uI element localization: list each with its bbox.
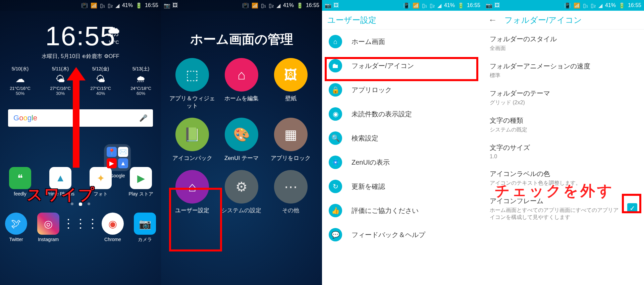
battery-text: 41% <box>122 2 133 8</box>
pref-folder-anim-speed[interactable]: フォルダーアニメーションの速度標準 <box>483 57 644 84</box>
manage-apps-widgets[interactable]: ⬚アプリ＆ウィジェット <box>169 58 216 110</box>
manage-icon-pack[interactable]: 📗アイコンパック <box>169 118 216 162</box>
status-bar: 📷🖼 📳 📶 ▯₁ ▯₂ ◢ 41% 🔋 16:55 <box>161 0 322 11</box>
manage-wallpaper[interactable]: 🖼壁紙 <box>267 58 314 110</box>
manage-edit-home[interactable]: ⌂ホームを編集 <box>218 58 265 110</box>
manage-system-settings[interactable]: ⚙システムの設定 <box>218 170 265 214</box>
setting-zenui-view[interactable]: 💠ZenUIの表示 <box>322 150 483 174</box>
mic-icon[interactable]: 🎤 <box>139 114 148 122</box>
sim1-icon: ▯₁ <box>100 2 105 9</box>
feedback-icon: 💬 <box>329 228 342 241</box>
annotation-highlight-user-settings <box>169 188 222 251</box>
display-icon: 💠 <box>329 156 342 169</box>
update-icon: ↻ <box>329 180 342 193</box>
wifi-icon: 📶 <box>252 2 258 9</box>
dock: 🕊Twitter ◎Instagram ⋮⋮⋮ ◉Chrome 📷カメラ <box>0 213 161 243</box>
sim2-icon: ▯₂ <box>430 2 435 9</box>
status-bar: 📳 📶 ▯₁ ▯₂ ◢ 41% 🔋 16:55 <box>0 0 161 11</box>
annotation-highlight-checkbox <box>622 194 641 213</box>
annotation-uncheck: チェックを外す <box>495 181 614 201</box>
signal-icon: ◢ <box>115 2 119 9</box>
setting-applock[interactable]: 🔒アプリロック <box>322 78 483 102</box>
screenshot-icon: 📷 <box>164 2 170 9</box>
dock-instagram[interactable]: ◎Instagram <box>33 213 64 243</box>
vibrate-icon: 📳 <box>403 2 410 9</box>
weather-now-icon: 🌧 <box>107 23 121 40</box>
annotation-highlight-folder-icon <box>325 57 478 81</box>
sim2-icon: ▯₂ <box>269 2 274 9</box>
manage-zenui-theme[interactable]: 🎨ZenUI テーマ <box>218 118 265 162</box>
annotation-swipe: スワイプ <box>27 184 95 205</box>
dock-app-drawer[interactable]: ⋮⋮⋮ <box>65 213 96 243</box>
sim1-icon: ▯₁ <box>422 2 427 9</box>
google-logo: Google <box>13 114 37 122</box>
weather-now-temp: 19°C <box>107 40 121 45</box>
weather-now[interactable]: 🌧 19°C <box>107 23 121 45</box>
lock-icon: 🔒 <box>329 83 342 97</box>
dock-chrome[interactable]: ◉Chrome <box>97 213 128 243</box>
sim2-icon: ▯₂ <box>108 2 113 9</box>
clock-date: 水曜日, 5月10日 ⊕鈴鹿市 ⚙OFF <box>0 53 161 60</box>
battery-icon: 🔋 <box>619 2 625 9</box>
home-icon: ⌂ <box>329 35 342 48</box>
settings-title: ユーザー設定 <box>327 15 376 25</box>
wifi-icon: 📶 <box>413 2 419 9</box>
settings-title: フォルダー/アイコン <box>504 15 582 25</box>
signal-icon: ◢ <box>598 2 602 9</box>
wifi-icon: 📶 <box>574 2 580 9</box>
home-manage-screen: 📷🖼 📳 📶 ▯₁ ▯₂ ◢ 41% 🔋 16:55 ホーム画面の管理 ⬚アプリ… <box>161 0 322 285</box>
status-time: 16:55 <box>145 2 158 8</box>
google-folder[interactable]: 📍 ✉️ ▶ ▲ Google <box>101 144 134 178</box>
sim1-icon: ▯₁ <box>583 2 588 9</box>
wifi-icon: 📶 <box>91 2 97 9</box>
image-icon: 🖼 <box>494 2 500 9</box>
sim2-icon: ▯₂ <box>591 2 596 9</box>
vibrate-icon: 📳 <box>242 2 249 9</box>
pref-folder-theme[interactable]: フォルダーのテーマグリッド (2x2) <box>483 84 644 111</box>
manage-title: ホーム画面の管理 <box>161 31 322 48</box>
screenshot-icon: 📷 <box>325 2 331 9</box>
setting-rate[interactable]: 👍評価にご協力ください <box>322 198 483 223</box>
folder-app-youtube-icon: ▶ <box>107 158 117 168</box>
settings-title-bar: ユーザー設定 <box>322 11 483 30</box>
setting-home[interactable]: ⌂ホーム画面 <box>322 30 483 54</box>
setting-search[interactable]: 🔍検索設定 <box>322 126 483 150</box>
dock-twitter[interactable]: 🕊Twitter <box>1 213 32 243</box>
sim1-icon: ▯₁ <box>261 2 266 9</box>
setting-feedback[interactable]: 💬フィードバック＆ヘルプ <box>322 223 483 247</box>
clock-widget[interactable]: 16:55 水曜日, 5月10日 ⊕鈴鹿市 ⚙OFF <box>0 21 161 60</box>
folder-app-gmail-icon: ✉️ <box>118 147 128 157</box>
status-bar: 📷🖼 📳 📶 ▯₁ ▯₂ ◢ 41% 🔋 16:55 <box>322 0 483 11</box>
pref-folder-style[interactable]: フォルダーのスタイル全画面 <box>483 30 644 57</box>
status-bar: 📷🖼 📳 📶 ▯₁ ▯₂ ◢ 41% 🔋 16:55 <box>483 0 644 11</box>
folder-app-maps-icon: 📍 <box>107 147 117 157</box>
annotation-arrow <box>69 67 83 168</box>
manage-lock-apps[interactable]: ▦アプリをロック <box>267 118 314 162</box>
battery-icon: 🔋 <box>136 2 142 9</box>
dock-camera[interactable]: 📷カメラ <box>129 213 160 243</box>
setting-check-update[interactable]: ↻更新を確認 <box>322 174 483 198</box>
signal-icon: ◢ <box>276 2 280 9</box>
image-icon: 🖼 <box>172 2 178 9</box>
folder-label: Google <box>101 173 134 178</box>
battery-icon: 🔋 <box>458 2 464 9</box>
folder-icon-settings-screen: 📷🖼 📳 📶 ▯₁ ▯₂ ◢ 41% 🔋 16:55 ← フォルダー/アイコン … <box>483 0 644 285</box>
search-icon: 🔍 <box>329 131 342 145</box>
pref-font-size[interactable]: 文字のサイズ1.0 <box>483 138 644 164</box>
vibrate-icon: 📳 <box>564 2 571 9</box>
vibrate-icon: 📳 <box>81 2 88 9</box>
folder-app-drive-icon: ▲ <box>118 158 128 168</box>
home-screen: 📳 📶 ▯₁ ▯₂ ◢ 41% 🔋 16:55 16:55 水曜日, 5月10日… <box>0 0 161 285</box>
setting-unread-badge[interactable]: ◉未読件数の表示設定 <box>322 102 483 126</box>
battery-icon: 🔋 <box>297 2 303 9</box>
manage-other[interactable]: ⋯その他 <box>267 170 314 214</box>
clock-time: 16:55 <box>0 21 161 52</box>
image-icon: 🖼 <box>333 2 339 9</box>
thumbs-up-icon: 👍 <box>329 204 342 217</box>
pref-font-type[interactable]: 文字の種類システムの既定 <box>483 111 644 138</box>
back-button[interactable]: ← <box>488 15 497 25</box>
signal-icon: ◢ <box>437 2 441 9</box>
screenshot-icon: 📷 <box>486 2 492 9</box>
badge-icon: ◉ <box>329 107 342 121</box>
settings-title-bar: ← フォルダー/アイコン <box>483 11 644 30</box>
